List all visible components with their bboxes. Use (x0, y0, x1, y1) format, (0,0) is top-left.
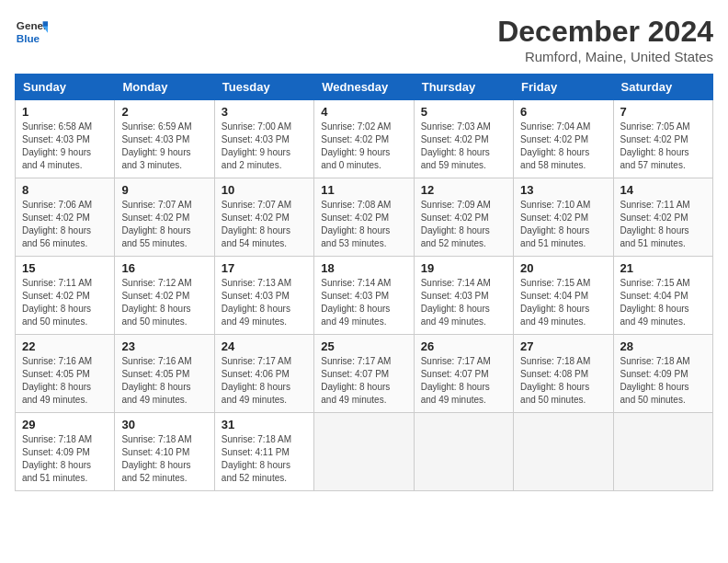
day-info: Sunrise: 7:04 AM Sunset: 4:02 PM Dayligh… (520, 121, 606, 172)
day-number: 17 (222, 261, 307, 275)
calendar-day-empty (613, 413, 712, 491)
day-number: 30 (121, 418, 207, 431)
day-number: 5 (421, 105, 506, 119)
calendar-day-26: 26 Sunrise: 7:17 AM Sunset: 4:07 PM Dayl… (414, 335, 513, 413)
calendar-week-2: 8 Sunrise: 7:06 AM Sunset: 4:02 PM Dayli… (16, 178, 713, 257)
day-info: Sunrise: 7:13 AM Sunset: 4:03 PM Dayligh… (222, 277, 307, 328)
calendar-day-31: 31 Sunrise: 7:18 AM Sunset: 4:11 PM Dayl… (214, 413, 313, 491)
calendar-day-27: 27 Sunrise: 7:18 AM Sunset: 4:08 PM Dayl… (514, 335, 613, 413)
day-info: Sunrise: 7:09 AM Sunset: 4:02 PM Dayligh… (421, 199, 506, 250)
day-header-monday: Monday (115, 75, 214, 100)
calendar-day-25: 25 Sunrise: 7:17 AM Sunset: 4:07 PM Dayl… (314, 335, 414, 413)
day-info: Sunrise: 7:15 AM Sunset: 4:04 PM Dayligh… (520, 277, 606, 328)
calendar-day-5: 5 Sunrise: 7:03 AM Sunset: 4:02 PM Dayli… (414, 100, 513, 178)
calendar-day-18: 18 Sunrise: 7:14 AM Sunset: 4:03 PM Dayl… (314, 257, 414, 335)
calendar-week-5: 29 Sunrise: 7:18 AM Sunset: 4:09 PM Dayl… (16, 413, 713, 491)
day-number: 4 (321, 105, 406, 119)
calendar-day-14: 14 Sunrise: 7:11 AM Sunset: 4:02 PM Dayl… (613, 178, 712, 257)
calendar-day-16: 16 Sunrise: 7:12 AM Sunset: 4:02 PM Dayl… (115, 257, 214, 335)
calendar-day-29: 29 Sunrise: 7:18 AM Sunset: 4:09 PM Dayl… (16, 413, 115, 491)
calendar-day-1: 1 Sunrise: 6:58 AM Sunset: 4:03 PM Dayli… (16, 100, 115, 178)
day-info: Sunrise: 7:18 AM Sunset: 4:08 PM Dayligh… (520, 355, 606, 407)
day-number: 12 (421, 183, 506, 197)
day-number: 8 (22, 183, 108, 197)
location: Rumford, Maine, United States (497, 49, 713, 64)
calendar-day-30: 30 Sunrise: 7:18 AM Sunset: 4:10 PM Dayl… (115, 413, 214, 491)
day-info: Sunrise: 7:18 AM Sunset: 4:09 PM Dayligh… (620, 355, 706, 407)
day-info: Sunrise: 7:17 AM Sunset: 4:07 PM Dayligh… (421, 355, 506, 407)
calendar-day-11: 11 Sunrise: 7:08 AM Sunset: 4:02 PM Dayl… (314, 178, 414, 257)
calendar-day-6: 6 Sunrise: 7:04 AM Sunset: 4:02 PM Dayli… (514, 100, 613, 178)
calendar-table: SundayMondayTuesdayWednesdayThursdayFrid… (15, 74, 713, 491)
calendar-day-8: 8 Sunrise: 7:06 AM Sunset: 4:02 PM Dayli… (16, 178, 115, 257)
day-info: Sunrise: 7:06 AM Sunset: 4:02 PM Dayligh… (22, 199, 108, 250)
day-header-friday: Friday (514, 75, 613, 100)
calendar-day-19: 19 Sunrise: 7:14 AM Sunset: 4:03 PM Dayl… (414, 257, 513, 335)
day-number: 20 (520, 261, 606, 275)
calendar-week-1: 1 Sunrise: 6:58 AM Sunset: 4:03 PM Dayli… (16, 100, 713, 178)
day-info: Sunrise: 7:18 AM Sunset: 4:09 PM Dayligh… (22, 433, 108, 485)
day-info: Sunrise: 7:17 AM Sunset: 4:06 PM Dayligh… (222, 355, 307, 407)
day-header-thursday: Thursday (414, 75, 513, 100)
calendar-day-24: 24 Sunrise: 7:17 AM Sunset: 4:06 PM Dayl… (214, 335, 313, 413)
day-number: 11 (321, 183, 406, 197)
day-info: Sunrise: 7:18 AM Sunset: 4:11 PM Dayligh… (222, 433, 307, 485)
calendar-day-20: 20 Sunrise: 7:15 AM Sunset: 4:04 PM Dayl… (514, 257, 613, 335)
calendar-day-9: 9 Sunrise: 7:07 AM Sunset: 4:02 PM Dayli… (115, 178, 214, 257)
day-number: 25 (321, 339, 406, 353)
svg-text:Blue: Blue (17, 32, 40, 44)
calendar-day-12: 12 Sunrise: 7:09 AM Sunset: 4:02 PM Dayl… (414, 178, 513, 257)
day-number: 16 (121, 261, 207, 275)
day-number: 26 (421, 339, 506, 353)
day-info: Sunrise: 7:07 AM Sunset: 4:02 PM Dayligh… (121, 199, 207, 250)
title-block: December 2024 Rumford, Maine, United Sta… (497, 15, 713, 64)
day-info: Sunrise: 7:00 AM Sunset: 4:03 PM Dayligh… (222, 121, 307, 172)
calendar-day-10: 10 Sunrise: 7:07 AM Sunset: 4:02 PM Dayl… (214, 178, 313, 257)
day-number: 23 (121, 339, 207, 353)
day-info: Sunrise: 7:11 AM Sunset: 4:02 PM Dayligh… (22, 277, 108, 328)
calendar-day-empty (514, 413, 613, 491)
day-info: Sunrise: 6:59 AM Sunset: 4:03 PM Dayligh… (121, 121, 207, 172)
day-info: Sunrise: 7:16 AM Sunset: 4:05 PM Dayligh… (121, 355, 207, 407)
day-number: 27 (520, 339, 606, 353)
page-header: General Blue December 2024 Rumford, Main… (15, 15, 713, 64)
calendar-day-3: 3 Sunrise: 7:00 AM Sunset: 4:03 PM Dayli… (214, 100, 313, 178)
calendar-day-13: 13 Sunrise: 7:10 AM Sunset: 4:02 PM Dayl… (514, 178, 613, 257)
calendar-week-4: 22 Sunrise: 7:16 AM Sunset: 4:05 PM Dayl… (16, 335, 713, 413)
day-header-tuesday: Tuesday (214, 75, 313, 100)
day-header-sunday: Sunday (16, 75, 115, 100)
day-info: Sunrise: 7:11 AM Sunset: 4:02 PM Dayligh… (620, 199, 706, 250)
day-info: Sunrise: 7:02 AM Sunset: 4:02 PM Dayligh… (321, 121, 406, 172)
day-info: Sunrise: 7:05 AM Sunset: 4:02 PM Dayligh… (620, 121, 706, 172)
calendar-body: 1 Sunrise: 6:58 AM Sunset: 4:03 PM Dayli… (16, 100, 713, 491)
calendar-day-23: 23 Sunrise: 7:16 AM Sunset: 4:05 PM Dayl… (115, 335, 214, 413)
day-number: 2 (121, 105, 207, 119)
day-info: Sunrise: 6:58 AM Sunset: 4:03 PM Dayligh… (22, 121, 108, 172)
calendar-day-7: 7 Sunrise: 7:05 AM Sunset: 4:02 PM Dayli… (613, 100, 712, 178)
day-number: 6 (520, 105, 606, 119)
day-number: 18 (321, 261, 406, 275)
calendar-header-row: SundayMondayTuesdayWednesdayThursdayFrid… (16, 75, 713, 100)
day-info: Sunrise: 7:10 AM Sunset: 4:02 PM Dayligh… (520, 199, 606, 250)
day-info: Sunrise: 7:14 AM Sunset: 4:03 PM Dayligh… (421, 277, 506, 328)
logo-icon: General Blue (15, 15, 48, 48)
calendar-day-15: 15 Sunrise: 7:11 AM Sunset: 4:02 PM Dayl… (16, 257, 115, 335)
day-number: 3 (222, 105, 307, 119)
calendar-week-3: 15 Sunrise: 7:11 AM Sunset: 4:02 PM Dayl… (16, 257, 713, 335)
day-header-wednesday: Wednesday (314, 75, 414, 100)
calendar-day-empty (314, 413, 414, 491)
day-number: 31 (222, 418, 307, 431)
day-number: 19 (421, 261, 506, 275)
day-number: 14 (620, 183, 706, 197)
calendar-day-21: 21 Sunrise: 7:15 AM Sunset: 4:04 PM Dayl… (613, 257, 712, 335)
day-number: 7 (620, 105, 706, 119)
day-info: Sunrise: 7:16 AM Sunset: 4:05 PM Dayligh… (22, 355, 108, 407)
day-header-saturday: Saturday (613, 75, 712, 100)
calendar-day-22: 22 Sunrise: 7:16 AM Sunset: 4:05 PM Dayl… (16, 335, 115, 413)
day-number: 22 (22, 339, 108, 353)
calendar-day-empty (414, 413, 513, 491)
day-number: 9 (121, 183, 207, 197)
calendar-day-17: 17 Sunrise: 7:13 AM Sunset: 4:03 PM Dayl… (214, 257, 313, 335)
month-title: December 2024 (497, 15, 713, 49)
day-number: 13 (520, 183, 606, 197)
